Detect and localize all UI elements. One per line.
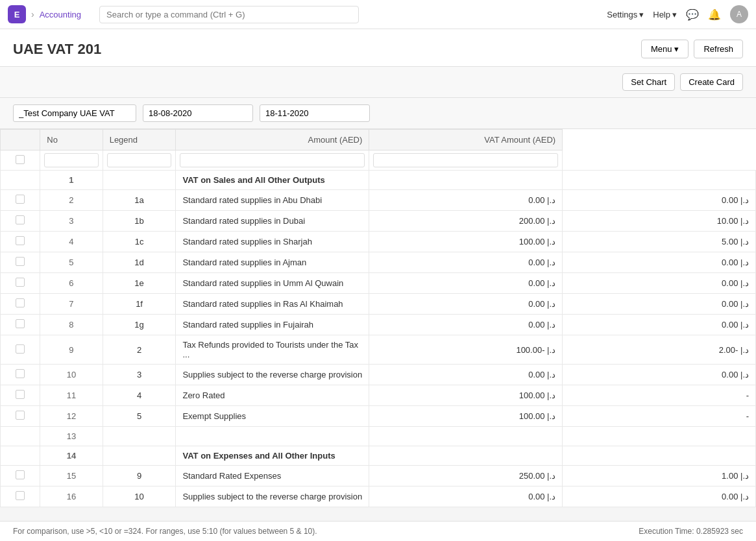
search-input[interactable] (99, 6, 359, 23)
table-row: 159Standard Rated Expenses250.00 |.د1.00… (1, 466, 756, 487)
col-header-no: No (40, 130, 103, 150)
row-no: 3 (103, 365, 176, 385)
breadcrumb-accounting[interactable]: Accounting (40, 10, 81, 19)
refresh-button[interactable]: Refresh (694, 40, 743, 58)
row-checkbox[interactable] (16, 344, 25, 354)
row-checkbox[interactable] (16, 470, 25, 479)
row-amount: 250.00 |.د (369, 466, 563, 487)
row-no: 9 (103, 466, 176, 487)
row-no: 1d (103, 252, 176, 273)
row-amount: 100.00 |.د (369, 406, 563, 427)
table-row: 31bStandard rated supplies in Dubai200.0… (1, 211, 756, 232)
row-no: 1f (103, 294, 176, 315)
help-chevron-icon: ▾ (672, 10, 677, 19)
row-vat: 0.00 |.د (563, 273, 756, 294)
row-checkbox[interactable] (16, 195, 25, 204)
row-legend: Standard rated supplies in Fujairah (176, 315, 369, 335)
table-row: 125Exempt Supplies100.00 |.د- (1, 406, 756, 427)
amount-filter-input[interactable] (180, 153, 365, 167)
avatar[interactable]: A (730, 5, 748, 23)
row-vat: 0.00 |.د (563, 365, 756, 385)
row-checkbox[interactable] (16, 298, 25, 307)
select-all-checkbox[interactable] (16, 155, 25, 164)
row-no (103, 446, 176, 466)
row-vat: 2.00- |.د (563, 335, 756, 365)
table-row: 103Supplies subject to the reverse charg… (1, 365, 756, 385)
legend-filter-input[interactable] (107, 153, 172, 167)
help-label: Help (653, 10, 670, 19)
row-amount: 0.00 |.د (369, 315, 563, 335)
settings-label: Settings (607, 10, 637, 19)
create-card-button[interactable]: Create Card (680, 73, 743, 91)
row-num: 6 (40, 273, 103, 294)
table-row: 1610Supplies subject to the reverse char… (1, 487, 756, 507)
no-filter-input[interactable] (44, 153, 98, 167)
row-amount: 0.00 |.د (369, 294, 563, 315)
date-from-filter[interactable] (143, 104, 253, 122)
row-amount: 0.00 |.د (369, 252, 563, 273)
row-vat: - (563, 385, 756, 406)
row-vat: 0.00 |.د (563, 294, 756, 315)
chat-icon[interactable]: 💬 (686, 8, 699, 21)
app-icon[interactable]: E (8, 5, 26, 23)
row-no: 2 (103, 335, 176, 365)
row-num: 12 (40, 406, 103, 427)
row-checkbox[interactable] (16, 369, 25, 378)
row-num: 3 (40, 211, 103, 232)
row-no: 1e (103, 273, 176, 294)
row-no: 4 (103, 385, 176, 406)
help-menu[interactable]: Help ▾ (653, 10, 677, 19)
set-chart-button[interactable]: Set Chart (622, 73, 675, 91)
row-checkbox[interactable] (16, 319, 25, 328)
toolbar: Set Chart Create Card (0, 67, 756, 98)
menu-button[interactable]: Menu ▾ (641, 40, 689, 58)
row-amount: 200.00 |.د (369, 211, 563, 232)
navbar-search-container (99, 6, 589, 23)
row-vat: 0.00 |.د (563, 315, 756, 335)
row-num: 5 (40, 252, 103, 273)
table-row: 51dStandard rated supplies in Ajman0.00 … (1, 252, 756, 273)
row-legend: Standard rated supplies in Umm Al Quwain (176, 273, 369, 294)
row-checkbox[interactable] (16, 390, 25, 399)
row-checkbox[interactable] (16, 215, 25, 224)
row-legend: Exempt Supplies (176, 406, 369, 427)
row-num: 14 (40, 446, 103, 466)
row-amount: 100.00 |.د (369, 385, 563, 406)
table-filter-row (1, 150, 756, 171)
row-legend: Zero Rated (176, 385, 369, 406)
date-to-filter[interactable] (260, 104, 370, 122)
row-checkbox[interactable] (16, 491, 25, 500)
row-amount (369, 446, 563, 466)
table-header-row: No Legend Amount (AED) VAT Amount (AED) (1, 130, 756, 150)
row-checkbox[interactable] (16, 278, 25, 287)
row-vat: 5.00 |.د (563, 232, 756, 252)
row-vat (563, 171, 756, 190)
table-row: 14VAT on Expenses and All Other Inputs (1, 446, 756, 466)
row-vat: 0.00 |.د (563, 190, 756, 211)
row-amount: 0.00 |.د (369, 190, 563, 211)
row-checkbox[interactable] (16, 257, 25, 266)
row-num: 15 (40, 466, 103, 487)
row-no: 1b (103, 211, 176, 232)
row-num: 16 (40, 487, 103, 507)
table-row: 1VAT on Sales and All Other Outputs (1, 171, 756, 190)
company-filter[interactable] (13, 104, 136, 122)
settings-menu[interactable]: Settings ▾ (607, 10, 644, 19)
row-no: 10 (103, 487, 176, 507)
vat-filter-input[interactable] (373, 153, 558, 167)
row-amount (369, 171, 563, 190)
bell-icon[interactable]: 🔔 (708, 9, 721, 20)
row-legend: Supplies subject to the reverse charge p… (176, 487, 369, 507)
navbar: E › Accounting Settings ▾ Help ▾ 💬 🔔 A (0, 0, 756, 29)
row-checkbox[interactable] (16, 411, 25, 420)
table-row: 81gStandard rated supplies in Fujairah0.… (1, 315, 756, 335)
row-legend: Standard rated supplies in Sharjah (176, 232, 369, 252)
vat-table: No Legend Amount (AED) VAT Amount (AED) … (0, 129, 756, 507)
col-header-amount: Amount (AED) (176, 130, 369, 150)
row-num: 4 (40, 232, 103, 252)
table-row: 71fStandard rated supplies in Ras Al Kha… (1, 294, 756, 315)
row-legend: Standard Rated Expenses (176, 466, 369, 487)
row-legend: Standard rated supplies in Dubai (176, 211, 369, 232)
table-row: 21aStandard rated supplies in Abu Dhabi0… (1, 190, 756, 211)
row-checkbox[interactable] (16, 236, 25, 245)
